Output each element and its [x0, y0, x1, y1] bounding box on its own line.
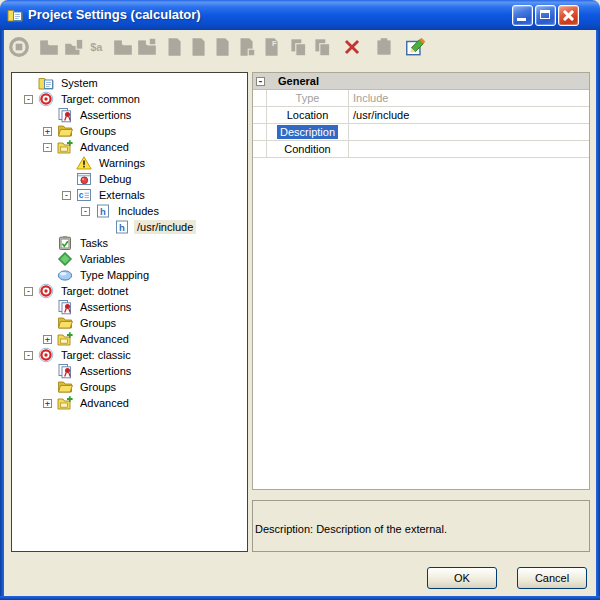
tree-item-advanced[interactable]: +Advanced: [12, 331, 247, 347]
tree-item-includes[interactable]: -hIncludes: [12, 203, 247, 219]
tree-item-variables[interactable]: Variables: [12, 251, 247, 267]
property-value-cell[interactable]: Include: [349, 90, 589, 106]
collapse-icon[interactable]: -: [24, 287, 33, 296]
folder-star-icon: [136, 36, 158, 58]
close-button[interactable]: [558, 5, 579, 26]
tree-item-label: Includes: [115, 204, 162, 218]
tree-item-warnings[interactable]: Warnings: [12, 155, 247, 171]
tree-item-target-dotnet[interactable]: -Target: dotnet: [12, 283, 247, 299]
groups-icon: [57, 315, 73, 331]
tree-item-label: Type Mapping: [77, 268, 152, 282]
tree-item-advanced[interactable]: -Advanced: [12, 139, 247, 155]
property-name-cell[interactable]: Type: [267, 90, 349, 106]
edit-icon[interactable]: [404, 36, 426, 58]
minimize-button[interactable]: [512, 5, 533, 26]
project-settings-window: Project Settings (calculator) $aF System…: [0, 0, 600, 600]
tree-item-label: Warnings: [96, 156, 148, 170]
property-name: Type: [293, 92, 323, 104]
property-name-cell[interactable]: Condition: [267, 141, 349, 157]
property-group-label: General: [278, 75, 319, 87]
delete-icon[interactable]: [341, 36, 363, 58]
tree-item-groups[interactable]: +Groups: [12, 123, 247, 139]
property-name-cell[interactable]: Description: [267, 124, 349, 140]
window-frame-right: [596, 30, 600, 600]
row-gutter: [253, 107, 267, 123]
row-gutter: [253, 141, 267, 157]
collapse-icon[interactable]: -: [43, 143, 52, 152]
tree-item-groups[interactable]: Groups: [12, 315, 247, 331]
tree-item-label: Externals: [96, 188, 148, 202]
assertions-icon: [57, 107, 73, 123]
expand-icon[interactable]: +: [43, 335, 52, 344]
expand-icon[interactable]: +: [43, 127, 52, 136]
settings-tree[interactable]: System-Target: commonAssertions+Groups-A…: [11, 72, 248, 552]
property-value: /usr/include: [353, 109, 409, 121]
tree-item-advanced[interactable]: +Advanced: [12, 395, 247, 411]
copy-icon: [287, 36, 309, 58]
tree-item-assertions[interactable]: Assertions: [12, 107, 247, 123]
window-frame-bottom: [0, 596, 600, 600]
expand-icon[interactable]: +: [43, 399, 52, 408]
property-value-cell[interactable]: /usr/include: [349, 107, 589, 123]
property-value-cell[interactable]: [349, 124, 589, 140]
document-icon: [163, 36, 185, 58]
variables-icon: [57, 251, 73, 267]
tree-item-label: Advanced: [77, 396, 132, 410]
system-icon: [38, 75, 54, 91]
typemapping-icon: [57, 267, 73, 283]
tree-item-label: /usr/include: [134, 220, 196, 234]
description-text: Description: Description of the external…: [255, 523, 447, 535]
property-group-header[interactable]: - General: [253, 73, 589, 90]
collapse-icon[interactable]: -: [81, 207, 90, 216]
window-title: Project Settings (calculator): [28, 7, 201, 22]
tree-item-debug[interactable]: Debug: [12, 171, 247, 187]
tree-item-label: Assertions: [77, 300, 134, 314]
collapse-icon[interactable]: -: [256, 77, 265, 86]
externals-icon: c: [76, 187, 92, 203]
hfile-icon: h: [114, 219, 130, 235]
folder-page-icon: [63, 36, 85, 58]
tree-item-target-classic[interactable]: -Target: classic: [12, 347, 247, 363]
tree-item-system[interactable]: System: [12, 75, 247, 91]
target-icon: [38, 91, 54, 107]
document-icon: [187, 36, 209, 58]
tree-item-groups[interactable]: Groups: [12, 379, 247, 395]
property-name-cell[interactable]: Location: [267, 107, 349, 123]
folder-icon: [112, 36, 134, 58]
tree-item-label: Groups: [77, 316, 119, 330]
description-panel: Description: Description of the external…: [252, 500, 590, 552]
tree-item-label: Assertions: [77, 108, 134, 122]
svg-text:h: h: [119, 222, 125, 233]
collapse-icon[interactable]: -: [24, 95, 33, 104]
cancel-button[interactable]: Cancel: [517, 567, 587, 589]
ok-button[interactable]: OK: [427, 567, 497, 589]
collapse-icon[interactable]: -: [24, 351, 33, 360]
tree-item-assertions[interactable]: Assertions: [12, 363, 247, 379]
property-row-location: Location/usr/include: [253, 107, 589, 124]
tree-item-label: Assertions: [77, 364, 134, 378]
tree-item-externals[interactable]: -cExternals: [12, 187, 247, 203]
tree-item-assertions[interactable]: Assertions: [12, 299, 247, 315]
tree-item-usr-include[interactable]: h/usr/include: [12, 219, 247, 235]
assertions-icon: [57, 363, 73, 379]
document-plus-icon: [235, 36, 257, 58]
tree-item-target-common[interactable]: -Target: common: [12, 91, 247, 107]
folder-icon: [38, 36, 60, 58]
tree-item-label: Tasks: [77, 236, 111, 250]
refresh-icon: [8, 36, 30, 58]
target-icon: [38, 283, 54, 299]
maximize-button[interactable]: [535, 5, 556, 26]
tree-item-type-mapping[interactable]: Type Mapping: [12, 267, 247, 283]
property-value-cell[interactable]: [349, 141, 589, 157]
copy-icon: [311, 36, 333, 58]
property-name: Location: [284, 109, 332, 121]
property-row-condition: Condition: [253, 141, 589, 158]
titlebar[interactable]: Project Settings (calculator): [0, 0, 600, 30]
tree-item-label: Advanced: [77, 332, 132, 346]
warning-icon: [76, 155, 92, 171]
tree-item-tasks[interactable]: Tasks: [12, 235, 247, 251]
svg-text:F: F: [272, 39, 277, 48]
target-icon: [38, 347, 54, 363]
property-rows: TypeIncludeLocation/usr/includeDescripti…: [253, 90, 589, 158]
collapse-icon[interactable]: -: [62, 191, 71, 200]
